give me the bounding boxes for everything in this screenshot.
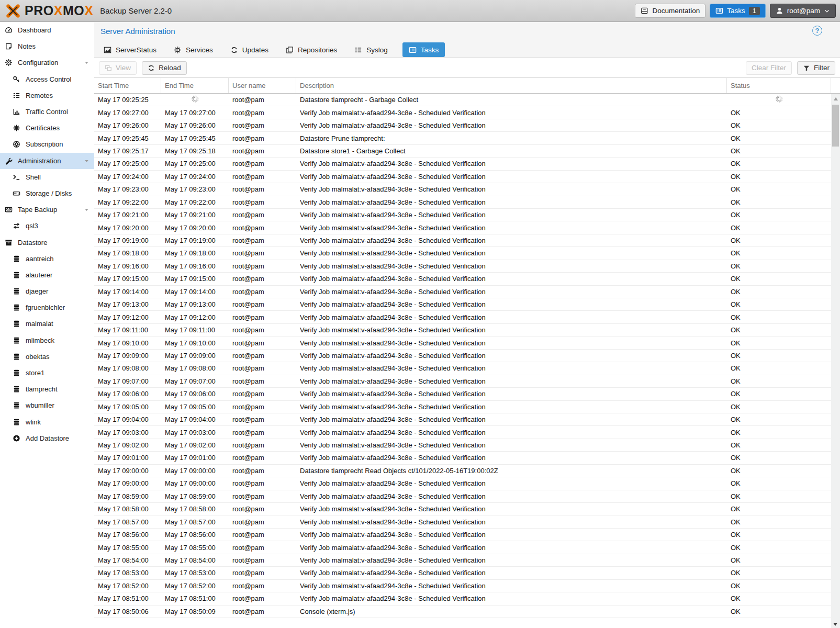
table-row[interactable]: May 17 09:10:00May 17 09:10:00root@pamVe… [94, 337, 831, 349]
chevron-down-icon[interactable] [83, 158, 90, 164]
sidebar-item-mlimbeck[interactable]: mlimbeck [0, 332, 94, 349]
table-row[interactable]: May 17 08:51:00May 17 08:51:00root@pamVe… [94, 592, 831, 605]
table-row[interactable]: May 17 09:13:00May 17 09:13:00root@pamVe… [94, 298, 831, 311]
sidebar-item-add-datastore[interactable]: Add Datastore [0, 430, 94, 446]
table-row[interactable]: May 17 09:01:00May 17 09:01:00root@pamVe… [94, 452, 831, 464]
view-button[interactable]: View [99, 61, 137, 75]
cell-status: OK [727, 388, 831, 400]
table-row[interactable]: May 17 09:15:00May 17 09:15:00root@pamVe… [94, 273, 831, 285]
tab-serverstatus[interactable]: ServerStatus [101, 42, 159, 57]
column-header-end-time[interactable]: End Time [161, 78, 229, 93]
table-row[interactable]: May 17 09:09:00May 17 09:09:00root@pamVe… [94, 350, 831, 362]
sidebar-item-tlamprecht[interactable]: tlamprecht [0, 381, 94, 397]
table-row[interactable]: May 17 08:53:00May 17 08:53:00root@pamVe… [94, 567, 831, 579]
sidebar-item-subscription[interactable]: Subscription [0, 136, 94, 152]
sidebar-item-administration[interactable]: Administration [0, 153, 94, 169]
column-header-description[interactable]: Description [296, 78, 727, 93]
sidebar-item-remotes[interactable]: Remotes [0, 87, 94, 104]
sidebar-item-qsl3[interactable]: qsl3 [0, 218, 94, 234]
table-row[interactable]: May 17 08:58:00May 17 08:58:00root@pamVe… [94, 503, 831, 515]
sidebar-item-wlink[interactable]: wlink [0, 414, 94, 430]
table-row[interactable]: May 17 09:02:00May 17 09:02:00root@pamVe… [94, 439, 831, 452]
sidebar-item-aantreich[interactable]: aantreich [0, 251, 94, 267]
table-row[interactable]: May 17 08:50:06May 17 08:50:09root@pamCo… [94, 605, 831, 618]
help-icon[interactable]: ? [812, 26, 822, 36]
cell-start-time: May 17 09:07:00 [94, 375, 161, 387]
tab-services[interactable]: Services [171, 42, 216, 57]
table-row[interactable]: May 17 09:25:00May 17 09:25:00root@pamVe… [94, 158, 831, 170]
sidebar-item-tape-backup[interactable]: Tape Backup [0, 201, 94, 218]
table-row[interactable]: May 17 09:16:00May 17 09:16:00root@pamVe… [94, 260, 831, 273]
table-row[interactable]: May 17 09:23:00May 17 09:23:00root@pamVe… [94, 183, 831, 196]
chevron-down-icon[interactable] [83, 206, 90, 213]
tab-updates[interactable]: Updates [228, 42, 271, 57]
sidebar-item-store1[interactable]: store1 [0, 365, 94, 381]
sidebar-item-fgruenbichler[interactable]: fgruenbichler [0, 299, 94, 316]
table-row[interactable]: May 17 08:54:00May 17 08:54:00root@pamVe… [94, 554, 831, 567]
sidebar-item-notes[interactable]: Notes [0, 38, 94, 54]
cell-user-name: root@pam [229, 490, 296, 502]
sidebar-item-djaeger[interactable]: djaeger [0, 283, 94, 299]
clear-filter-button[interactable]: Clear Filter [746, 61, 792, 75]
scroll-up-arrow-icon[interactable] [834, 97, 838, 100]
table-row[interactable]: May 17 09:11:00May 17 09:11:00root@pamVe… [94, 324, 831, 337]
table-row[interactable]: May 17 09:27:00May 17 09:27:00root@pamVe… [94, 106, 831, 119]
table-row[interactable]: May 17 09:25:17May 17 09:25:18root@pamDa… [94, 145, 831, 158]
tasks-button[interactable]: Tasks 1 [710, 4, 765, 18]
scroll-down-arrow-icon[interactable] [833, 623, 837, 626]
sidebar-item-obektas[interactable]: obektas [0, 349, 94, 365]
vertical-scrollbar[interactable] [831, 94, 840, 628]
filter-button[interactable]: Filter [797, 61, 835, 75]
table-row[interactable]: May 17 08:56:00May 17 08:56:00root@pamVe… [94, 529, 831, 541]
documentation-button[interactable]: Documentation [635, 4, 705, 18]
table-row[interactable]: May 17 09:26:00May 17 09:26:00root@pamVe… [94, 119, 831, 132]
cell-start-time: May 17 09:13:00 [94, 298, 161, 310]
table-row[interactable]: May 17 08:57:00May 17 08:57:00root@pamVe… [94, 515, 831, 528]
sidebar-item-storage-disks[interactable]: Storage / Disks [0, 185, 94, 201]
tab-repositories[interactable]: Repositories [283, 42, 340, 57]
tab-syslog[interactable]: Syslog [352, 42, 390, 57]
user-menu-button[interactable]: root@pam [770, 4, 836, 18]
sidebar-item-access-control[interactable]: Access Control [0, 71, 94, 87]
column-header-user-name[interactable]: User name [229, 78, 296, 93]
table-row[interactable]: May 17 09:06:00May 17 09:06:00root@pamVe… [94, 388, 831, 400]
cell-user-name: root@pam [229, 362, 296, 374]
table-row[interactable]: May 17 09:08:00May 17 09:08:00root@pamVe… [94, 362, 831, 375]
scrollbar-thumb[interactable] [832, 105, 839, 147]
table-row[interactable]: May 17 09:05:00May 17 09:05:00root@pamVe… [94, 401, 831, 413]
sidebar-item-datastore[interactable]: Datastore [0, 234, 94, 250]
table-row[interactable]: May 17 09:14:00May 17 09:14:00root@pamVe… [94, 286, 831, 298]
sidebar-item-traffic-control[interactable]: Traffic Control [0, 104, 94, 120]
table-row[interactable]: May 17 09:21:00May 17 09:21:00root@pamVe… [94, 209, 831, 221]
table-row[interactable]: May 17 09:25:45May 17 09:25:45root@pamDa… [94, 132, 831, 144]
table-row[interactable]: May 17 09:03:00May 17 09:03:00root@pamVe… [94, 426, 831, 439]
table-row[interactable]: May 17 09:04:00May 17 09:04:00root@pamVe… [94, 413, 831, 426]
sidebar-item-certificates[interactable]: Certificates [0, 120, 94, 136]
sidebar-item-configuration[interactable]: Configuration [0, 54, 94, 71]
table-row[interactable]: May 17 09:25:25root@pamDatastore tlampre… [94, 94, 831, 106]
table-row[interactable]: May 17 09:12:00May 17 09:12:00root@pamVe… [94, 311, 831, 323]
sidebar-item-wbumiller[interactable]: wbumiller [0, 397, 94, 413]
sidebar-item-dashboard[interactable]: Dashboard [0, 22, 94, 38]
table-row[interactable]: May 17 09:18:00May 17 09:18:00root@pamVe… [94, 247, 831, 260]
table-row[interactable]: May 17 09:00:00May 17 09:00:00root@pamVe… [94, 477, 831, 490]
sidebar-item-alauterer[interactable]: alauterer [0, 267, 94, 283]
reload-button[interactable]: Reload [142, 61, 187, 75]
note-icon [4, 42, 13, 51]
proxmox-backup-server-window: PROXMOX Backup Server 2.2-0 Documentatio… [0, 0, 840, 628]
table-row[interactable]: May 17 08:55:00May 17 08:55:00root@pamVe… [94, 541, 831, 554]
table-row[interactable]: May 17 09:00:00May 17 09:00:00root@pamDa… [94, 465, 831, 477]
table-row[interactable]: May 17 08:59:00May 17 08:59:00root@pamVe… [94, 490, 831, 503]
table-row[interactable]: May 17 09:19:00May 17 09:19:00root@pamVe… [94, 234, 831, 247]
tab-tasks[interactable]: Tasks [402, 42, 445, 57]
table-row[interactable]: May 17 09:24:00May 17 09:24:00root@pamVe… [94, 171, 831, 183]
sidebar-item-malmalat[interactable]: malmalat [0, 316, 94, 332]
table-row[interactable]: May 17 08:52:00May 17 08:52:00root@pamVe… [94, 580, 831, 592]
table-row[interactable]: May 17 09:07:00May 17 09:07:00root@pamVe… [94, 375, 831, 388]
column-header-start-time[interactable]: Start Time [94, 78, 161, 93]
chevron-down-icon[interactable] [83, 59, 90, 66]
table-row[interactable]: May 17 09:20:00May 17 09:20:00root@pamVe… [94, 221, 831, 234]
column-header-status[interactable]: Status [727, 78, 831, 93]
table-row[interactable]: May 17 09:22:00May 17 09:22:00root@pamVe… [94, 196, 831, 209]
sidebar-item-shell[interactable]: Shell [0, 169, 94, 185]
